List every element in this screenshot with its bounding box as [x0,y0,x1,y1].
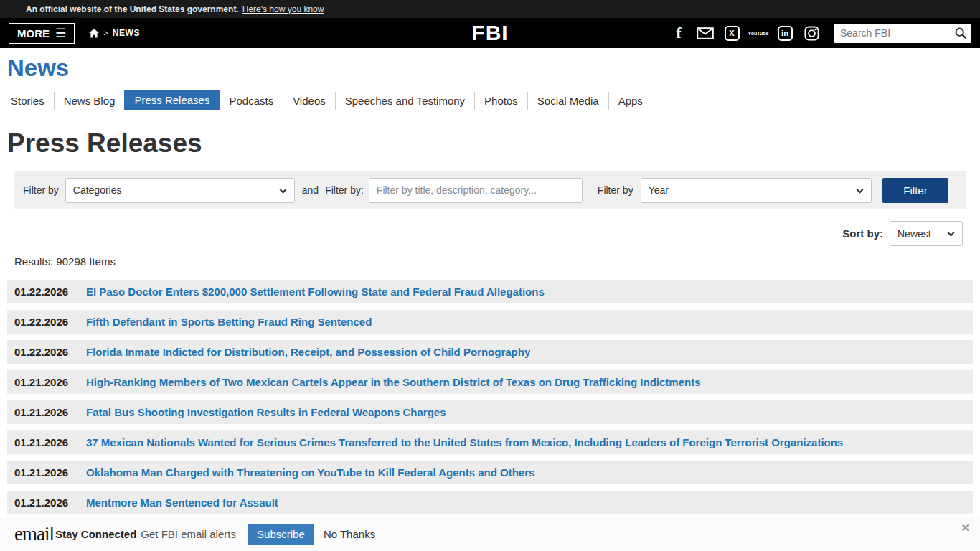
press-releases-heading: Press Releases [7,128,980,159]
email-alerts-text: Get FBI email alerts [141,528,236,540]
tab-news-blog[interactable]: News Blog [54,92,125,110]
email-subscribe-bar: email Stay Connected Get FBI email alert… [0,517,980,551]
and-label: and [302,184,319,196]
search-input[interactable] [840,27,954,39]
gov-banner: An official website of the United States… [0,0,980,18]
gov-banner-text: An official website of the United States… [26,4,239,14]
breadcrumb: > NEWS [89,28,140,38]
table-row: 01.22.2026 Fifth Defendant in Sports Bet… [7,310,973,334]
subscribe-button[interactable]: Subscribe [248,524,314,545]
year-select[interactable]: Year [641,179,871,202]
release-title-link[interactable]: Mentmore Man Sentenced for Assault [86,496,278,509]
table-row: 01.21.2026 Oklahoma Man Charged with Thr… [7,461,973,484]
filter-button[interactable]: Filter [882,178,948,203]
tab-social-media[interactable]: Social Media [527,92,608,110]
release-date: 01.21.2026 [14,436,79,448]
hamburger-icon: ☰ [55,27,66,39]
release-date: 01.21.2026 [14,496,79,509]
table-row: 01.22.2026 El Paso Doctor Enters $200,00… [7,280,973,303]
x-icon[interactable]: X [723,24,740,42]
filter-panel: Filter by Categories and Filter by: Filt… [14,171,966,209]
youtube-icon[interactable]: You Tube [750,24,767,42]
how-you-know-link[interactable]: Here's how you know [242,4,324,14]
sort-select[interactable]: Newest [890,222,962,245]
linkedin-icon[interactable]: in [776,24,793,42]
results-count: Results: 90298 Items [14,255,980,268]
instagram-icon[interactable] [803,24,820,42]
release-title-link[interactable]: El Paso Doctor Enters $200,000 Settlemen… [86,286,545,298]
sort-row: Sort by: Newest [0,221,980,246]
close-icon[interactable]: ✕ [961,522,970,534]
tab-press-releases[interactable]: Press Releases [124,90,220,110]
release-list: 01.22.2026 El Paso Doctor Enters $200,00… [0,280,980,545]
tab-apps[interactable]: Apps [608,92,652,110]
table-row: 01.22.2026 Florida Inmate Indicted for D… [7,340,973,364]
header-right: f X You Tube in [670,24,971,43]
release-date: 01.22.2026 [14,316,79,328]
tab-videos[interactable]: Videos [283,92,335,110]
table-row: 01.21.2026 37 Mexican Nationals Wanted f… [7,430,973,454]
release-title-link[interactable]: High-Ranking Members of Two Mexican Cart… [86,376,701,388]
email-envelope-icon[interactable] [697,24,714,42]
email-logo: email [14,523,54,545]
year-select-wrap: Year [641,178,872,203]
news-tab-bar: Stories News Blog Press Releases Podcast… [0,90,980,110]
fbi-news-page: An official website of the United States… [0,0,980,551]
table-row: 01.21.2026 High-Ranking Members of Two M… [7,370,973,394]
release-title-link[interactable]: Fifth Defendant in Sports Betting Fraud … [86,316,372,328]
release-date: 01.22.2026 [14,286,79,298]
tab-podcasts[interactable]: Podcasts [220,92,283,110]
tab-stories[interactable]: Stories [1,92,54,110]
categories-select-wrap: Categories [65,178,295,203]
release-title-link[interactable]: 37 Mexican Nationals Wanted for Serious … [86,436,843,448]
search-icon[interactable] [954,27,967,39]
breadcrumb-separator: > [103,29,108,37]
more-label: MORE [17,27,50,39]
tab-photos[interactable]: Photos [474,92,527,110]
filter-by-label-1: Filter by [23,184,59,196]
sort-select-wrap: Newest [890,221,963,246]
breadcrumb-news[interactable]: NEWS [113,28,140,38]
more-button[interactable]: MORE ☰ [9,23,75,44]
release-date: 01.21.2026 [14,466,79,479]
table-row: 01.21.2026 Fatal Bus Shooting Investigat… [7,400,973,424]
home-icon[interactable] [89,29,99,38]
facebook-icon[interactable]: f [670,24,687,42]
release-date: 01.21.2026 [14,406,79,418]
no-thanks-button[interactable]: No Thanks [324,528,375,540]
release-date: 01.21.2026 [14,376,79,388]
categories-select[interactable]: Categories [66,179,294,202]
table-row: 01.21.2026 Mentmore Man Sentenced for As… [7,491,973,514]
sort-by-label: Sort by: [842,227,883,240]
search-box [834,24,971,43]
filter-text-input[interactable] [369,178,583,203]
filter-by-label-3: Filter by [598,184,633,196]
release-title-link[interactable]: Oklahoma Man Charged with Threatening on… [86,466,534,479]
stay-connected-title: Stay Connected [55,528,136,540]
site-header: MORE ☰ > NEWS FBI f X You Tube in [0,18,980,48]
release-title-link[interactable]: Fatal Bus Shooting Investigation Results… [86,406,446,418]
release-title-link[interactable]: Florida Inmate Indicted for Distribution… [86,346,530,358]
release-date: 01.22.2026 [14,346,79,358]
filter-by-label-2: Filter by: [325,184,364,196]
page-title-news: News [7,55,980,82]
fbi-logo[interactable]: FBI [471,21,508,45]
tab-speeches-and-testimony[interactable]: Speeches and Testimony [335,92,474,110]
